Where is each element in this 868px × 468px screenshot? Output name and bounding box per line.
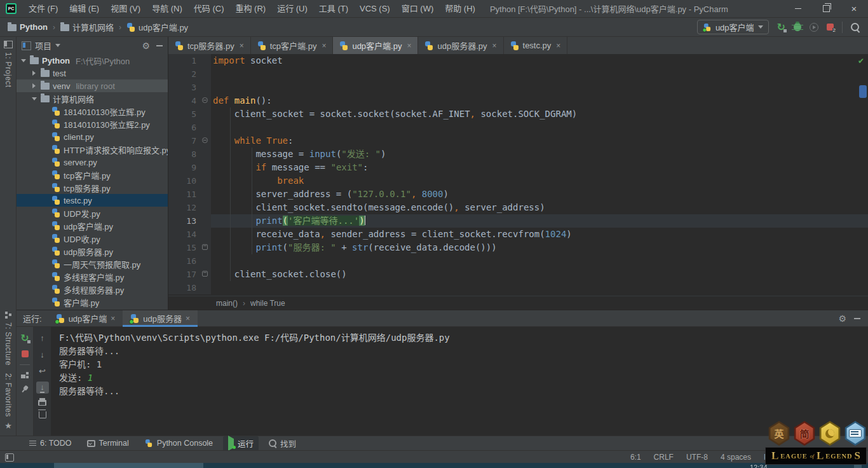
status-widget[interactable]: 6:1 (630, 453, 641, 462)
menu-item[interactable]: 导航 (N) (146, 0, 188, 18)
tree-item[interactable]: test (17, 67, 168, 79)
code-line[interactable]: 11 server_address = ("127.0.0.1", 8000) (168, 188, 868, 201)
tree-item[interactable]: UDP收.py (17, 232, 168, 245)
code-line[interactable]: 7 while True: (168, 134, 868, 148)
tree-arrow[interactable] (20, 59, 27, 62)
breadcrumb-item[interactable]: udp客户端.py (126, 21, 188, 33)
menu-item[interactable]: 窗口 (W) (396, 0, 440, 18)
editor-breadcrumb-item[interactable]: main() (216, 299, 238, 308)
project-stripe-button[interactable]: 1: Project (0, 41, 17, 92)
tree-arrow[interactable] (31, 71, 37, 76)
editor-tab[interactable]: testc.py× (504, 37, 568, 54)
gear-icon[interactable]: ⚙ (142, 41, 150, 50)
tree-item[interactable]: tcp服务器.py (17, 181, 168, 194)
code-line[interactable]: 4def main(): (168, 94, 868, 107)
menu-item[interactable]: 视图 (V) (105, 0, 146, 18)
toolwindow-button-run[interactable]: 运行 (223, 436, 259, 451)
ime-badge-red[interactable]: 简 (793, 421, 816, 446)
code-line[interactable]: 3 (168, 81, 868, 94)
print-button[interactable] (38, 400, 46, 406)
toolwindow-button-terminal[interactable]: Terminal (82, 437, 134, 449)
tree-item[interactable]: PythonF:\代码\Python (17, 54, 168, 67)
menu-item[interactable]: 文件 (F) (23, 0, 64, 18)
editor-tab[interactable]: tcp服务器.py× (168, 37, 251, 54)
editor-tab[interactable]: tcp客户端.py× (251, 37, 334, 54)
code-line[interactable]: 2 (168, 67, 868, 81)
tree-item[interactable]: UDP发.py (17, 207, 168, 219)
editor-breadcrumb-item[interactable]: while True (250, 299, 285, 308)
code-line[interactable]: 13 print('客户端等待...') (168, 214, 868, 228)
tree-item[interactable]: 1814010130张立辉.py (17, 105, 168, 118)
menu-item[interactable]: 代码 (C) (188, 0, 230, 18)
tab-close-icon[interactable]: × (492, 41, 497, 50)
search-everywhere-button[interactable] (851, 23, 859, 31)
scrollbar-marker[interactable] (859, 85, 867, 98)
menu-item[interactable]: 帮助 (H) (439, 0, 481, 18)
code-line[interactable]: 1import socket (168, 54, 868, 67)
toolwindow-button-search[interactable]: 找到 (264, 436, 301, 451)
minimize-button[interactable] (784, 0, 812, 18)
tool-window-toggle-icon[interactable] (5, 453, 14, 462)
hide-panel-button[interactable] (156, 45, 163, 46)
run-tab[interactable]: udp服务器× (123, 310, 198, 327)
rerun-button[interactable]: ↻ (20, 333, 29, 343)
breadcrumb-item[interactable]: 计算机网络 (60, 21, 114, 33)
coverage-button[interactable] (810, 23, 818, 32)
menu-item[interactable]: 编辑 (E) (64, 0, 105, 18)
console-output[interactable]: F:\代码\Python\venv\Scripts\python.exe F:/… (51, 327, 868, 436)
fold-marker[interactable] (200, 134, 211, 148)
tab-close-icon[interactable]: × (111, 314, 115, 323)
tab-close-icon[interactable]: × (322, 41, 326, 50)
tree-item[interactable]: 多线程服务器.py (17, 283, 168, 296)
run-configuration-select[interactable]: udp客户端 (697, 20, 769, 34)
code-line[interactable]: 9 if message == "exit": (168, 161, 868, 174)
tab-close-icon[interactable]: × (186, 314, 190, 323)
code-line[interactable]: 10 break (168, 174, 868, 188)
editor-tab[interactable]: udp客户端.py× (333, 37, 418, 54)
rerun-button[interactable]: ↻ (777, 22, 785, 32)
menu-item[interactable]: 重构 (R) (229, 0, 271, 18)
tree-arrow[interactable] (31, 97, 37, 100)
fold-marker[interactable] (200, 94, 211, 107)
fold-marker[interactable] (200, 268, 211, 281)
debug-button[interactable] (794, 23, 801, 31)
status-widget[interactable]: 4 spaces (721, 453, 751, 462)
code-line[interactable]: 16 (168, 254, 868, 268)
prev-occurrence-button[interactable]: ↑ (36, 332, 49, 344)
breadcrumb-item[interactable]: Python (8, 22, 48, 32)
code-editor[interactable]: 1import socket234def main():5 client_soc… (168, 54, 868, 296)
fold-marker[interactable] (200, 241, 211, 254)
code-line[interactable]: 6 (168, 121, 868, 134)
code-line[interactable]: 17 client_socket.close() (168, 268, 868, 281)
stop-button[interactable] (22, 350, 29, 357)
inspections-ok-icon[interactable]: ✔ (858, 57, 864, 65)
pin-tab-button[interactable] (20, 384, 31, 395)
close-button[interactable]: × (840, 0, 868, 18)
clear-console-button[interactable] (39, 411, 46, 418)
tree-item[interactable]: 客户端.py (17, 296, 168, 308)
menu-item[interactable]: 工具 (T) (313, 0, 354, 18)
menu-item[interactable]: 运行 (U) (271, 0, 313, 18)
run-tab[interactable]: udp客户端× (48, 310, 123, 327)
ime-badge-gold[interactable] (818, 421, 841, 446)
next-occurrence-button[interactable]: ↓ (36, 348, 49, 361)
structure-stripe-button[interactable]: 7: Structure (4, 322, 13, 366)
ime-badge-blue[interactable] (844, 421, 867, 446)
code-line[interactable]: 5 client_socket = socket.socket(socket.A… (168, 107, 868, 121)
code-line[interactable]: 14 receive_data, sender_address = client… (168, 228, 868, 241)
tree-item[interactable]: 1814010130张立辉2.py (17, 118, 168, 130)
favorites-stripe-button[interactable]: 2: Favorites (4, 373, 13, 417)
code-line[interactable]: 15 print("服务器: " + str(receive_data.deco… (168, 241, 868, 254)
editor-tab[interactable]: udp服务器.py× (418, 37, 503, 54)
project-view-selector[interactable]: 项目 (35, 39, 51, 52)
code-line[interactable]: 12 client_socket.sendto(message.encode()… (168, 201, 868, 214)
tree-item[interactable]: server.py (17, 156, 168, 169)
code-line[interactable]: 18 (168, 281, 868, 294)
status-widget[interactable]: CRLF (654, 453, 674, 462)
hide-panel-button[interactable] (854, 318, 860, 319)
tree-item[interactable]: udp服务器.py (17, 245, 168, 258)
toolwindow-button-python[interactable]: Python Console (139, 437, 218, 449)
soft-wrap-button[interactable]: ↩ (36, 365, 49, 377)
tree-item[interactable]: 一周天气预报爬取.py (17, 258, 168, 270)
tab-close-icon[interactable]: × (407, 41, 411, 50)
